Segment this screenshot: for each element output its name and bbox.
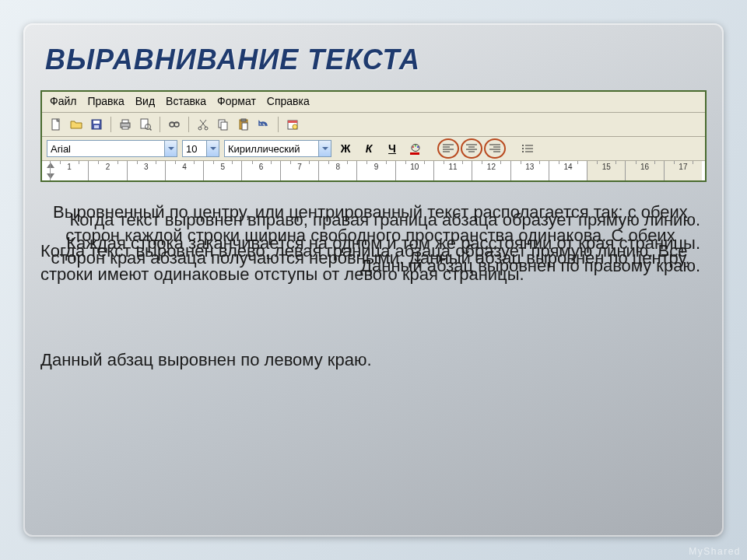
toolbar-separator [110, 117, 111, 132]
toolbar-separator [278, 117, 279, 132]
ruler[interactable]: 1 2 3 4 5 6 7 8 9 10 11 12 13 14 15 16 1… [42, 160, 705, 180]
ruler-tick: 8 [318, 161, 356, 180]
svg-rect-23 [288, 121, 297, 123]
svg-point-28 [417, 146, 419, 148]
svg-rect-5 [122, 120, 128, 123]
svg-rect-7 [141, 119, 148, 128]
standard-toolbar [42, 113, 705, 137]
ruler-tick: 2 [88, 161, 126, 180]
ruler-tick: 15 [587, 161, 625, 180]
svg-rect-18 [221, 122, 227, 130]
open-icon[interactable] [67, 116, 86, 133]
ruler-tick: 6 [241, 161, 279, 180]
ruler-tick: 12 [472, 161, 510, 180]
svg-point-41 [522, 145, 524, 146]
menu-insert[interactable]: Вставка [166, 95, 206, 107]
align-right-button[interactable] [486, 140, 504, 157]
ruler-tick: 9 [356, 161, 395, 180]
format-toolbar: Ж К Ч [42, 137, 705, 160]
svg-rect-21 [242, 123, 247, 130]
menu-bar: Файл Правка Вид Вставка Формат Справка [42, 92, 705, 113]
font-input[interactable] [47, 141, 164, 156]
ruler-tick: 14 [549, 161, 587, 180]
ruler-tick: 4 [165, 161, 203, 180]
ruler-tick: 13 [510, 161, 549, 180]
script-combo[interactable] [224, 140, 331, 157]
ruler-tick: 5 [203, 161, 241, 180]
datetime-icon[interactable] [283, 116, 302, 133]
svg-line-9 [150, 129, 152, 131]
slide-frame: ВЫРАВНИВАНИЕ ТЕКСТА Файл Правка Вид Вста… [23, 23, 724, 537]
menu-edit[interactable]: Правка [87, 95, 124, 107]
print-preview-icon[interactable] [136, 116, 155, 133]
underline-button[interactable]: Ч [383, 140, 402, 157]
ruler-tick: 11 [433, 161, 472, 180]
paragraph-left: Когда текст выровнен влево, левая границ… [40, 240, 700, 285]
align-center-button[interactable] [462, 140, 481, 157]
menu-file[interactable]: Файл [50, 95, 76, 107]
paste-icon[interactable] [234, 116, 253, 133]
svg-point-45 [522, 151, 524, 152]
watermark: MyShared [689, 546, 741, 557]
ruler-tick: 17 [664, 161, 702, 180]
toolbar-separator [160, 117, 160, 132]
svg-point-24 [293, 124, 297, 129]
slide-body-text: Выровненный по центру, или центрированны… [40, 201, 707, 395]
font-size-combo[interactable] [182, 140, 219, 157]
undo-icon[interactable] [254, 116, 273, 133]
paragraph-left-2: Данный абзац выровнен по левому краю. [40, 348, 700, 372]
find-icon[interactable] [165, 116, 184, 133]
wordpad-window: Файл Правка Вид Вставка Формат Справка [40, 90, 707, 182]
ruler-tick: 10 [395, 161, 433, 180]
ruler-scale: 1 2 3 4 5 6 7 8 9 10 11 12 13 14 15 16 1… [50, 161, 702, 180]
svg-rect-6 [122, 127, 128, 129]
bold-button[interactable]: Ж [336, 140, 355, 157]
ruler-tick: 16 [625, 161, 663, 180]
italic-button[interactable]: К [359, 140, 378, 157]
svg-point-27 [415, 145, 416, 147]
chevron-down-icon[interactable] [318, 141, 331, 156]
chevron-down-icon[interactable] [164, 141, 177, 156]
align-left-button[interactable] [439, 140, 458, 157]
font-combo[interactable] [47, 140, 177, 157]
ruler-tick: 7 [280, 161, 318, 180]
svg-rect-20 [241, 119, 246, 121]
font-size-input[interactable] [183, 141, 206, 156]
new-icon[interactable] [47, 116, 65, 133]
copy-icon[interactable] [214, 116, 233, 133]
bullet-list-button[interactable] [518, 140, 537, 157]
svg-rect-3 [94, 125, 99, 128]
cut-icon[interactable] [194, 116, 212, 133]
menu-format[interactable]: Формат [217, 95, 256, 107]
script-input[interactable] [225, 141, 318, 156]
svg-rect-2 [93, 121, 100, 124]
save-icon[interactable] [87, 116, 106, 133]
toolbar-separator [188, 117, 189, 132]
ruler-tick: 1 [50, 161, 88, 180]
svg-point-26 [412, 146, 414, 148]
svg-point-43 [522, 148, 524, 149]
print-icon[interactable] [116, 116, 135, 133]
font-color-button[interactable] [406, 140, 425, 157]
menu-view[interactable]: Вид [135, 95, 155, 107]
menu-help[interactable]: Справка [267, 95, 310, 107]
slide-title: ВЫРАВНИВАНИЕ ТЕКСТА [45, 44, 707, 76]
chevron-down-icon[interactable] [206, 141, 219, 156]
ruler-tick: 3 [127, 161, 165, 180]
